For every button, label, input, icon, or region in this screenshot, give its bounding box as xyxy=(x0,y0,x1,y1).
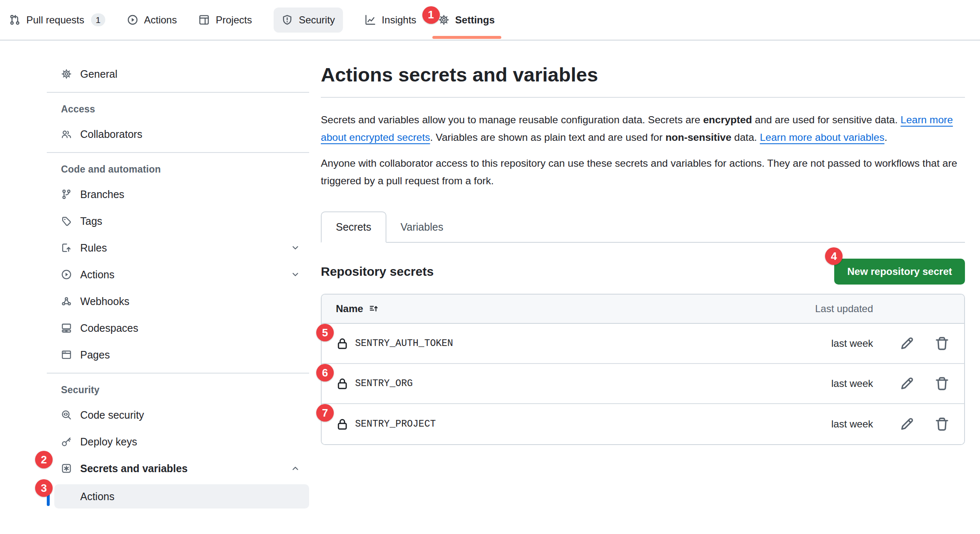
sidebar-item-label: Codespaces xyxy=(80,322,138,334)
pencil-icon xyxy=(899,376,915,392)
edit-secret-button[interactable] xyxy=(899,416,915,432)
nav-tab-insights[interactable]: Insights xyxy=(365,0,416,40)
sidebar-item-label: General xyxy=(80,68,117,80)
sidebar-item-label: Tags xyxy=(80,215,102,227)
sidebar-item-branches[interactable]: Branches xyxy=(47,181,309,208)
new-repository-secret-button[interactable]: 4 New repository secret xyxy=(834,259,965,285)
repository-secrets-header-row: Repository secrets 4 New repository secr… xyxy=(321,259,965,285)
sidebar-item-label: Secrets and variables xyxy=(80,463,188,475)
name-column-header: Name xyxy=(336,303,363,315)
tag-icon xyxy=(61,216,72,226)
gear-icon xyxy=(61,69,72,79)
secret-name-cell: SENTRY_AUTH_TOKEN xyxy=(336,337,810,350)
sidebar-item-label: Actions xyxy=(80,269,114,281)
chevron-down-icon[interactable] xyxy=(291,270,300,279)
chevron-up-icon[interactable] xyxy=(291,464,300,473)
annotation-badge-7: 7 xyxy=(316,404,334,422)
settings-content: Actions secrets and variables Secrets an… xyxy=(321,41,965,445)
nav-tab-label: Pull requests xyxy=(26,14,84,26)
description-paragraph-2: Anyone with collaborator access to this … xyxy=(321,155,965,190)
nav-tab-settings[interactable]: 1 Settings xyxy=(438,0,495,40)
chevron-down-icon[interactable] xyxy=(291,243,300,252)
link-learn-more-variables[interactable]: Learn more about variables xyxy=(760,132,884,143)
sidebar-subitem-actions-wrap: 3 Actions xyxy=(47,484,309,509)
sidebar-item-label: Collaborators xyxy=(80,128,142,140)
sort-by-name-header[interactable]: Name xyxy=(336,303,810,315)
sidebar-item-pages[interactable]: Pages xyxy=(47,341,309,368)
play-icon xyxy=(61,269,72,280)
nav-tab-label: Projects xyxy=(216,14,252,26)
sidebar-item-label: Webhooks xyxy=(80,295,129,308)
secret-row: 5 SENTRY_AUTH_TOKEN last week xyxy=(322,324,964,364)
lock-icon xyxy=(336,377,349,390)
sidebar-item-deploy-keys[interactable]: Deploy keys xyxy=(47,428,309,455)
secret-name: SENTRY_AUTH_TOKEN xyxy=(355,338,453,349)
secret-last-updated: last week xyxy=(810,378,873,389)
annotation-badge-4: 4 xyxy=(825,247,843,265)
description-text: data. xyxy=(731,132,760,143)
sidebar-item-codespaces[interactable]: Codespaces xyxy=(47,315,309,341)
annotation-badge-1: 1 xyxy=(422,6,440,24)
annotation-badge-6: 6 xyxy=(316,364,334,381)
secret-name: SENTRY_ORG xyxy=(355,378,413,389)
gear-icon xyxy=(438,14,449,25)
last-updated-column-header: Last updated xyxy=(810,303,873,315)
tab-variables[interactable]: Variables xyxy=(386,212,457,242)
sidebar-item-label: Actions xyxy=(80,491,114,503)
lock-icon xyxy=(336,418,349,431)
sidebar-item-collaborators[interactable]: Collaborators xyxy=(47,121,309,147)
secret-row-actions xyxy=(899,336,950,351)
nav-tab-projects[interactable]: Projects xyxy=(198,0,252,40)
sidebar-item-label: Rules xyxy=(80,242,107,254)
sidebar-item-label: Deploy keys xyxy=(80,436,137,448)
sidebar-item-rules[interactable]: Rules xyxy=(47,234,309,261)
repository-secrets-table: Name Last updated 5 SENTRY_AUTH_TOKEN xyxy=(321,294,965,445)
nav-tab-label: Security xyxy=(299,14,335,26)
secret-name-cell: SENTRY_PROJECT xyxy=(336,418,810,431)
sort-ascending-icon xyxy=(369,304,379,314)
annotation-badge-5: 5 xyxy=(316,324,334,341)
trash-icon xyxy=(934,336,950,351)
people-icon xyxy=(61,129,72,140)
secret-row: 7 SENTRY_PROJECT last week xyxy=(322,404,964,444)
sidebar-item-code-security[interactable]: Code security xyxy=(47,402,309,428)
edit-secret-button[interactable] xyxy=(899,336,915,351)
description-text: . Variables are shown as plain text and … xyxy=(430,132,665,143)
nav-tab-actions[interactable]: Actions xyxy=(127,0,177,40)
edit-secret-button[interactable] xyxy=(899,376,915,392)
encrypted-emphasis: encrypted xyxy=(703,114,752,125)
description-text: . xyxy=(884,132,887,143)
secret-row-actions xyxy=(899,416,950,432)
nav-tab-pull-requests[interactable]: Pull requests 1 xyxy=(9,0,105,40)
secret-last-updated: last week xyxy=(810,418,873,430)
sidebar-subitem-actions[interactable]: Actions xyxy=(54,484,309,509)
trash-icon xyxy=(934,416,950,432)
sidebar-section-access: Access xyxy=(47,97,309,121)
git-pull-request-icon xyxy=(9,14,20,25)
codescan-icon xyxy=(61,409,72,420)
project-table-icon xyxy=(198,14,210,25)
graph-icon xyxy=(365,14,376,25)
secret-name-cell: SENTRY_ORG xyxy=(336,377,810,390)
delete-secret-button[interactable] xyxy=(934,376,950,392)
sidebar-item-tags[interactable]: Tags xyxy=(47,208,309,234)
sidebar-item-actions[interactable]: Actions xyxy=(47,261,309,288)
delete-secret-button[interactable] xyxy=(934,416,950,432)
sidebar-item-general[interactable]: General xyxy=(47,61,309,87)
description-paragraph-1: Secrets and variables allow you to manag… xyxy=(321,111,965,146)
delete-secret-button[interactable] xyxy=(934,336,950,351)
non-sensitive-emphasis: non-sensitive xyxy=(665,132,731,143)
trash-icon xyxy=(934,376,950,392)
sidebar-section-security: Security xyxy=(47,378,309,402)
pull-requests-counter: 1 xyxy=(91,13,105,26)
repo-tab-bar: Pull requests 1 Actions Projects Securit… xyxy=(0,0,980,41)
sidebar-item-label: Branches xyxy=(80,188,124,201)
sidebar-item-secrets-and-variables[interactable]: 2 Secrets and variables xyxy=(47,455,309,482)
nav-tab-security[interactable]: Security xyxy=(274,8,343,33)
new-repository-secret-label: New repository secret xyxy=(847,266,952,277)
key-asterisk-icon xyxy=(61,463,72,474)
page-title: Actions secrets and variables xyxy=(321,63,965,86)
play-icon xyxy=(127,14,138,25)
tab-secrets[interactable]: Secrets xyxy=(321,211,386,243)
sidebar-item-webhooks[interactable]: Webhooks xyxy=(47,288,309,315)
